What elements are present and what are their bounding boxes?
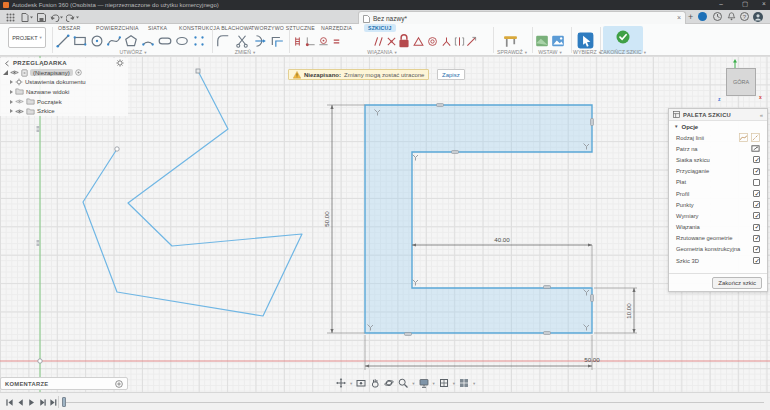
profile-checkbox[interactable]	[753, 190, 760, 197]
chevron-down-icon[interactable]: ▾	[412, 381, 414, 386]
c-profile-sketch[interactable]	[365, 105, 592, 333]
midpoint-marker[interactable]	[591, 295, 594, 302]
tangent-constraint-icon[interactable]	[318, 36, 329, 47]
select-tool-icon[interactable]	[577, 32, 594, 49]
perpendicular-constraint-icon[interactable]	[386, 36, 397, 47]
timeline-track[interactable]	[64, 402, 764, 403]
axis-point-marker[interactable]	[37, 126, 40, 129]
group-create[interactable]: UTWÓRZ▾	[119, 49, 146, 55]
look-at-icon[interactable]	[751, 144, 760, 153]
tab-utilities[interactable]: NARZĘDZIA	[321, 25, 352, 31]
file-menu-icon[interactable]	[21, 13, 33, 22]
group-modify[interactable]: ZMIEŃ▾	[235, 49, 255, 55]
nav-grid-settings-icon[interactable]	[439, 378, 449, 388]
eye-icon[interactable]	[15, 108, 24, 115]
line-tool-icon[interactable]	[56, 34, 70, 48]
close-button[interactable]: ×	[757, 0, 770, 7]
construction-geometry-checkbox[interactable]	[753, 246, 760, 253]
redo-icon[interactable]	[66, 13, 79, 22]
snap-checkbox[interactable]	[753, 168, 760, 175]
eye-icon[interactable]	[10, 69, 19, 76]
gear-icon[interactable]	[116, 59, 124, 67]
symmetry-constraint-icon[interactable]	[441, 36, 452, 47]
minimize-button[interactable]: –	[714, 0, 728, 7]
extend-tool-icon[interactable]	[253, 34, 267, 48]
chevron-down-icon[interactable]: ▾	[473, 381, 475, 386]
point-pattern-tool-icon[interactable]	[192, 34, 206, 48]
dimensions-checkbox[interactable]	[753, 212, 760, 219]
measure-caliper-icon[interactable]	[503, 34, 518, 49]
options-section-header[interactable]: ▼ Opcje	[669, 121, 767, 132]
coincident-constraint-icon[interactable]	[305, 36, 316, 47]
chevron-down-icon[interactable]: ▾	[453, 381, 455, 386]
add-comment-icon[interactable]	[115, 380, 123, 388]
points-checkbox[interactable]	[753, 201, 760, 208]
timeline-step-back-icon[interactable]	[16, 398, 25, 407]
tab-sheet-metal[interactable]: KONSTRUKCJA BLACHOWA	[179, 25, 252, 31]
document-tab[interactable]: Bez nazwy* ×	[358, 11, 686, 24]
horizontal-vertical-constraint-icon[interactable]	[292, 36, 303, 47]
midpoint-marker[interactable]	[452, 151, 459, 154]
browser-root-row[interactable]: (Niezapisany)	[0, 68, 128, 78]
sketch-endpoint[interactable]	[196, 69, 200, 73]
concentric-constraint-icon[interactable]	[427, 36, 438, 47]
curvature-constraint-icon[interactable]	[466, 36, 477, 47]
activate-radio-icon[interactable]	[75, 69, 82, 76]
nav-display-settings-icon[interactable]	[419, 378, 429, 388]
group-constraints[interactable]: WIĄZANIA▾	[367, 49, 396, 55]
perpendicular-constraint-marker[interactable]	[413, 155, 419, 161]
offset-tool-icon[interactable]	[270, 34, 284, 48]
construction-linetype-icon[interactable]	[751, 133, 760, 142]
job-status-icon[interactable]	[713, 12, 722, 21]
root-document-label[interactable]: (Niezapisany)	[30, 69, 73, 76]
nav-zoom-icon[interactable]	[398, 378, 408, 388]
polygon-tool-icon[interactable]	[124, 34, 138, 48]
spline-tool-icon[interactable]	[107, 34, 121, 48]
axis-point-marker[interactable]	[37, 130, 40, 133]
circle-tool-icon[interactable]	[90, 34, 104, 48]
user-avatar[interactable]	[753, 12, 763, 22]
rectangle-tool-icon[interactable]	[73, 34, 87, 48]
notifications-bell-icon[interactable]	[727, 12, 736, 21]
collapse-panel-icon[interactable]	[4, 60, 10, 67]
view-cube-top-face[interactable]: GÓRA	[726, 68, 756, 96]
tab-mesh[interactable]: SIATKA	[148, 25, 167, 31]
timeline-play-icon[interactable]	[27, 398, 36, 407]
tab-sketch-active[interactable]: SZKICUJ	[364, 24, 396, 32]
trim-scissors-icon[interactable]	[235, 34, 249, 48]
fillet-tool-icon[interactable]	[216, 34, 230, 48]
timeline-scrubber-handle[interactable]	[62, 397, 66, 407]
spline-linetype-icon[interactable]	[739, 133, 748, 142]
nav-look-at-icon[interactable]	[356, 378, 366, 388]
panel-collapse-icon[interactable]: «	[760, 112, 763, 118]
sketch-3d-checkbox[interactable]	[753, 257, 760, 264]
dimension-label[interactable]: 50.00	[584, 356, 600, 363]
nav-move-icon[interactable]	[336, 378, 346, 388]
equal-constraint-icon[interactable]	[331, 36, 342, 47]
save-button[interactable]: Zapisz	[437, 69, 465, 80]
browser-item-document-settings[interactable]: Ustawienia dokumentu	[0, 78, 128, 88]
timeline-skip-start-icon[interactable]	[5, 398, 14, 407]
sketch-point[interactable]	[115, 147, 119, 151]
project-dropdown-button[interactable]: PROJEKT ▾	[8, 27, 46, 48]
dimension-label[interactable]: 40.00	[494, 236, 510, 243]
constraints-checkbox[interactable]	[753, 224, 760, 231]
insert-image-icon[interactable]	[551, 34, 565, 48]
midpoint-marker[interactable]	[405, 333, 412, 336]
group-finish-sketch[interactable]: ZAKOŃCZ SZKIC▾	[600, 49, 646, 55]
group-insert[interactable]: WSTAW▾	[538, 49, 562, 55]
sketch-grid-checkbox[interactable]	[753, 156, 760, 163]
midpoint-marker[interactable]	[591, 119, 594, 126]
dimension-label[interactable]: 50.00	[323, 211, 330, 227]
tab-solid[interactable]: OBSZAR	[58, 25, 81, 31]
expand-arrow-icon[interactable]	[10, 100, 13, 104]
expand-arrow-icon[interactable]	[10, 80, 13, 84]
browser-item-named-views[interactable]: Nazwane widoki	[0, 87, 128, 97]
help-icon[interactable]: ?	[740, 12, 749, 21]
collinear-constraint-icon[interactable]	[454, 36, 465, 47]
group-select[interactable]: WYBIERZ▾	[573, 49, 601, 55]
new-tab-button[interactable]: +	[688, 12, 693, 22]
browser-item-sketches[interactable]: Szkice	[0, 106, 128, 116]
browser-item-origin[interactable]: Początek	[0, 97, 128, 107]
eye-icon[interactable]	[15, 98, 24, 105]
